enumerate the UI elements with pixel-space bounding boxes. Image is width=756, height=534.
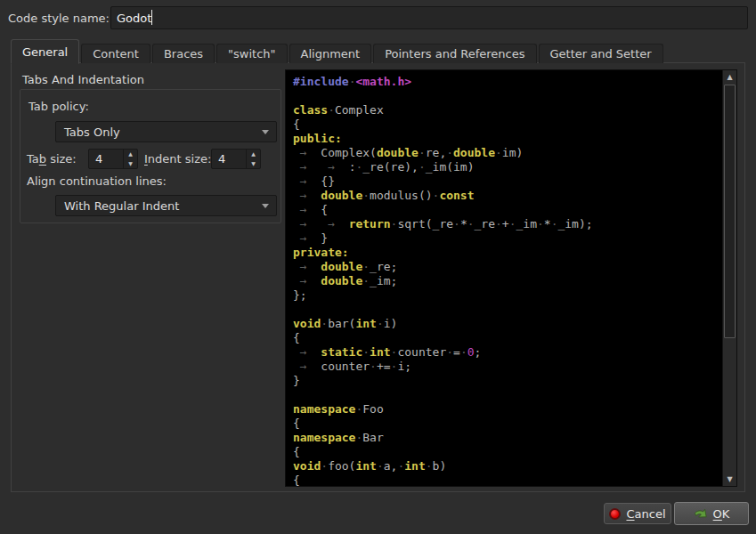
tab-switch[interactable]: "switch"	[216, 44, 287, 63]
indent-size-value: 4	[218, 152, 225, 166]
code-line: public:	[293, 132, 720, 146]
indent-size-arrows: ▲ ▼	[246, 150, 260, 168]
tab-getter-and-setter[interactable]: Getter and Setter	[539, 44, 663, 63]
tab-policy-dropdown[interactable]: Tabs Only	[55, 121, 277, 142]
code-line: class·Complex	[293, 103, 720, 117]
code-line: → → return·sqrt(_re·*·_re·+·_im·*·_im);	[293, 217, 720, 231]
tab-size-label: Tab size:	[27, 152, 77, 166]
tab-alignment[interactable]: Alignment	[289, 44, 372, 63]
tab-braces[interactable]: Braces	[152, 44, 215, 63]
scroll-up-icon[interactable]: ▲	[723, 70, 736, 84]
code-line	[293, 89, 720, 103]
code-line: → {}	[293, 174, 720, 189]
code-line: → double·_im;	[293, 274, 720, 288]
tab-policy-value: Tabs Only	[64, 125, 120, 139]
code-line: → {	[293, 203, 720, 217]
tab-size-stepper[interactable]: 4 ▲ ▼	[88, 149, 138, 169]
group-title: Tabs And Indentation	[22, 73, 144, 86]
cancel-icon	[609, 508, 621, 520]
spin-down-icon[interactable]: ▼	[247, 159, 260, 169]
code-line: namespace·Bar	[293, 431, 720, 445]
scrollbar-thumb[interactable]	[724, 85, 736, 338]
code-line: → Complex(double·re,·double·im)	[293, 146, 720, 160]
tab-general[interactable]: General	[11, 39, 79, 64]
code-preview: #include·<math.h> class·Complex{public: …	[285, 69, 737, 487]
text-cursor	[151, 10, 152, 25]
align-continuation-label: Align continuation lines:	[27, 174, 167, 188]
code-line	[293, 388, 720, 402]
cancel-button[interactable]: Cancel	[604, 503, 671, 524]
code-line: → double·_re;	[293, 260, 720, 274]
tab-label: Pointers and References	[385, 47, 524, 61]
code-line: void·foo(int·a,·int·b)	[293, 459, 720, 473]
ok-button[interactable]: OK	[674, 502, 749, 525]
tab-label: Alignment	[301, 47, 361, 61]
code-style-name-label: Code style name:	[8, 12, 110, 25]
code-line: {	[293, 417, 720, 431]
align-continuation-dropdown[interactable]: With Regular Indent	[55, 195, 277, 216]
tab-label: "switch"	[228, 47, 275, 61]
code-line	[293, 303, 720, 317]
code-line: → counter·+=·i;	[293, 360, 720, 374]
tab-size-value: 4	[95, 152, 102, 166]
ok-button-label: OK	[713, 507, 730, 521]
code-line: #include·<math.h>	[293, 75, 720, 89]
code-line: → }	[293, 231, 720, 246]
spin-down-icon[interactable]: ▼	[124, 159, 137, 169]
code-line: → double·modulus()·const	[293, 189, 720, 203]
spin-up-icon[interactable]: ▲	[124, 150, 137, 159]
tab-label: Content	[93, 47, 139, 61]
tab-size-arrows: ▲ ▼	[123, 150, 137, 168]
code-line: {	[293, 331, 720, 345]
code-line: {	[293, 473, 720, 487]
tab-label: Braces	[164, 47, 203, 61]
code-line: {	[293, 445, 720, 459]
code-line: namespace·Foo	[293, 402, 720, 417]
spin-up-icon[interactable]: ▲	[247, 150, 260, 159]
code-style-name-input[interactable]	[110, 6, 748, 29]
indent-size-label: Indent size:	[144, 152, 211, 166]
code-preview-text: #include·<math.h> class·Complex{public: …	[293, 75, 720, 487]
code-line: → static·int·counter·=·0;	[293, 345, 720, 360]
code-line: {	[293, 117, 720, 132]
vertical-scrollbar[interactable]: ▲ ▼	[722, 70, 736, 486]
scroll-down-icon[interactable]: ▼	[723, 473, 736, 486]
cancel-button-label: Cancel	[626, 507, 665, 521]
code-style-dialog: { "header": { "label": "Code style name:…	[0, 0, 756, 534]
tab-policy-label: Tab policy:	[28, 100, 89, 113]
code-line: private:	[293, 246, 720, 260]
code-line: };	[293, 288, 720, 303]
tab-label: General	[22, 45, 68, 59]
tab-pointers-and-references[interactable]: Pointers and References	[373, 44, 536, 63]
code-line: void·bar(int·i)	[293, 317, 720, 331]
chevron-down-icon	[262, 204, 269, 208]
chevron-down-icon	[262, 130, 269, 134]
tab-content[interactable]: Content	[81, 44, 150, 63]
tab-label: Getter and Setter	[550, 47, 652, 61]
ok-check-icon	[694, 507, 708, 520]
indent-size-stepper[interactable]: 4 ▲ ▼	[211, 149, 261, 169]
code-line: → → :·_re(re),·_im(im)	[293, 160, 720, 174]
code-line: }	[293, 374, 720, 388]
tab-bar: GeneralContentBraces"switch"AlignmentPoi…	[11, 39, 665, 63]
align-continuation-value: With Regular Indent	[64, 199, 179, 213]
